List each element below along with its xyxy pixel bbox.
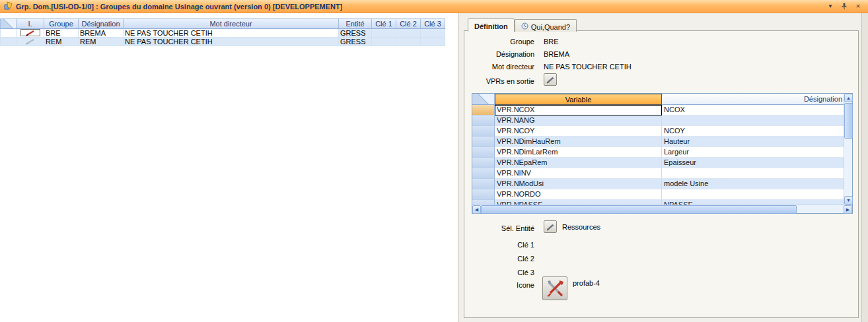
vpr-cell-variable[interactable]: VPR.NDimHauRem bbox=[495, 137, 662, 147]
vpr-row-selector[interactable] bbox=[472, 147, 495, 158]
column-header-mot-directeur[interactable]: Mot directeur bbox=[124, 18, 339, 29]
vpr-row-selector[interactable] bbox=[472, 126, 495, 137]
grid-row-bre[interactable]: BRE BREMA NE PAS TOUCHER CETIH GRESS bbox=[0, 29, 458, 38]
vpr-cell-designation[interactable]: NPASSE bbox=[662, 200, 844, 205]
vpr-cell-designation[interactable]: Hauteur bbox=[662, 137, 844, 147]
main-area: I. Groupe Désignation Mot directeur Enti… bbox=[0, 13, 868, 322]
vpr-row-selector[interactable] bbox=[472, 158, 495, 168]
horizontal-scrollbar-thumb[interactable] bbox=[481, 205, 797, 214]
cell-designation[interactable]: BREMA bbox=[79, 29, 124, 38]
vprs-picker-button[interactable] bbox=[544, 73, 557, 86]
column-header-designation[interactable]: Désignation bbox=[79, 18, 124, 29]
designation-value: BREMA bbox=[544, 50, 569, 58]
vpr-corner-selector[interactable] bbox=[472, 94, 495, 105]
vpr-row-selector[interactable] bbox=[472, 115, 495, 126]
vpr-row[interactable]: VPR.NModUsi modele Usine bbox=[472, 179, 844, 189]
tab-qui-quand[interactable]: Qui,Quand? bbox=[515, 19, 577, 32]
dock-strip bbox=[861, 13, 868, 322]
cell-groupe[interactable]: REM bbox=[44, 38, 79, 46]
row-selector-cell[interactable] bbox=[0, 38, 17, 46]
pin-icon[interactable] bbox=[840, 2, 849, 11]
vpr-cell-designation[interactable] bbox=[662, 168, 844, 179]
picker-icon bbox=[546, 76, 555, 84]
vpr-cell-designation[interactable]: NCOX bbox=[662, 105, 844, 115]
vpr-cell-variable[interactable]: VPR.NModUsi bbox=[495, 179, 662, 189]
vpr-cell-variable[interactable]: VPR.NEpaRem bbox=[495, 158, 662, 168]
vpr-row[interactable]: VPR.NANG bbox=[472, 115, 844, 126]
column-header-entite[interactable]: Entité bbox=[339, 18, 372, 29]
vpr-cell-variable[interactable]: VPR.NANG bbox=[495, 115, 662, 126]
scroll-down-icon[interactable]: ▼ bbox=[844, 196, 853, 205]
clock-icon bbox=[521, 22, 528, 31]
vpr-row[interactable]: VPR.NORDO bbox=[472, 189, 844, 200]
cell-cle3[interactable] bbox=[421, 38, 445, 46]
vpr-cell-designation[interactable]: modele Usine bbox=[662, 179, 844, 189]
vpr-cell-designation[interactable]: NCOY bbox=[662, 126, 844, 137]
vpr-row-selector[interactable] bbox=[472, 137, 495, 147]
icone-picker-button[interactable] bbox=[542, 276, 567, 300]
column-header-cle3[interactable]: Clé 3 bbox=[421, 18, 445, 29]
sel-entite-value: Ressources bbox=[562, 223, 600, 231]
row-icon-cell[interactable] bbox=[17, 38, 44, 46]
horizontal-scrollbar[interactable]: ◀ ▶ bbox=[472, 205, 852, 213]
cell-mot-directeur[interactable]: NE PAS TOUCHER CETIH bbox=[124, 38, 339, 46]
vpr-row[interactable]: VPR.NCOY NCOY bbox=[472, 126, 844, 137]
grid-corner-selector[interactable] bbox=[0, 18, 17, 29]
vpr-row[interactable]: VPR.NPASSE NPASSE bbox=[472, 200, 844, 205]
scroll-up-icon[interactable]: ▲ bbox=[844, 94, 853, 102]
titlebar-buttons: ▼ × bbox=[826, 2, 865, 11]
vpr-cell-variable-focused[interactable]: VPR.NCOX bbox=[495, 105, 662, 115]
tab-definition[interactable]: Définition bbox=[468, 18, 515, 32]
vpr-row-selector[interactable] bbox=[472, 189, 495, 200]
column-header-i[interactable]: I. bbox=[17, 18, 44, 29]
vpr-cell-designation[interactable] bbox=[662, 115, 844, 126]
cell-cle1[interactable] bbox=[372, 29, 396, 38]
vpr-row-selector[interactable] bbox=[472, 200, 495, 205]
vpr-row-selector-current[interactable] bbox=[472, 105, 495, 115]
vpr-cell-variable[interactable]: VPR.NPASSE bbox=[495, 200, 662, 205]
column-header-cle1[interactable]: Clé 1 bbox=[372, 18, 396, 29]
cell-entite[interactable]: GRESS bbox=[339, 29, 372, 38]
vpr-column-header-variable[interactable]: Variable bbox=[495, 94, 662, 105]
sel-entite-picker-button[interactable] bbox=[544, 220, 557, 233]
vpr-row-selector[interactable] bbox=[472, 179, 495, 189]
vpr-cell-designation[interactable]: Epaisseur bbox=[662, 158, 844, 168]
vprs-en-sortie-label: VPRs en sortie bbox=[464, 77, 534, 85]
cell-cle2[interactable] bbox=[396, 38, 421, 46]
column-header-cle2[interactable]: Clé 2 bbox=[396, 18, 421, 29]
vpr-cell-designation[interactable] bbox=[662, 189, 844, 200]
close-icon[interactable]: × bbox=[853, 2, 863, 11]
cell-designation[interactable]: REM bbox=[79, 38, 124, 46]
grid-row-rem[interactable]: REM REM NE PAS TOUCHER CETIH GRESS bbox=[0, 38, 458, 46]
vpr-column-header-designation[interactable]: Désignation bbox=[662, 94, 844, 105]
vpr-row[interactable]: VPR.NCOX NCOX bbox=[472, 105, 844, 115]
cell-entite[interactable]: GRESS bbox=[339, 38, 372, 46]
vpr-row[interactable]: VPR.NDimLarRem Largeur bbox=[472, 147, 844, 158]
cell-mot-directeur[interactable]: NE PAS TOUCHER CETIH bbox=[124, 29, 339, 38]
vertical-scrollbar-thumb[interactable] bbox=[844, 103, 853, 139]
cell-cle1[interactable] bbox=[372, 38, 396, 46]
vpr-cell-designation[interactable]: Largeur bbox=[662, 147, 844, 158]
cell-groupe[interactable]: BRE bbox=[44, 29, 79, 38]
cell-cle3[interactable] bbox=[421, 29, 445, 38]
window-title: Grp. Dom.[USI-OD-1/0] : Groupes du domai… bbox=[16, 3, 342, 11]
vpr-cell-variable[interactable]: VPR.NINV bbox=[495, 168, 662, 179]
scroll-left-icon[interactable]: ◀ bbox=[472, 205, 481, 214]
row-icon-cell[interactable] bbox=[17, 29, 44, 38]
row-selector-cell[interactable] bbox=[0, 29, 17, 38]
vpr-cell-variable[interactable]: VPR.NCOY bbox=[495, 126, 662, 137]
vpr-cell-variable[interactable]: VPR.NORDO bbox=[495, 189, 662, 200]
vpr-row-selector[interactable] bbox=[472, 168, 495, 179]
definition-panel: Groupe BRE Désignation BREMA Mot directe… bbox=[464, 30, 859, 318]
vpr-row[interactable]: VPR.NDimHauRem Hauteur bbox=[472, 137, 844, 147]
column-header-groupe[interactable]: Groupe bbox=[44, 18, 79, 29]
vpr-row[interactable]: VPR.NEpaRem Epaisseur bbox=[472, 158, 844, 168]
window-menu-chevron-down-icon[interactable]: ▼ bbox=[826, 2, 835, 11]
horizontal-scrollbar-track[interactable] bbox=[797, 205, 844, 213]
vpr-row[interactable]: VPR.NINV bbox=[472, 168, 844, 179]
cell-cle2[interactable] bbox=[396, 29, 421, 38]
scroll-right-icon[interactable]: ▶ bbox=[844, 205, 852, 214]
crossed-tools-icon bbox=[546, 280, 564, 297]
vpr-cell-variable[interactable]: VPR.NDimLarRem bbox=[495, 147, 662, 158]
vertical-scrollbar[interactable]: ▲ ▼ bbox=[844, 94, 852, 205]
